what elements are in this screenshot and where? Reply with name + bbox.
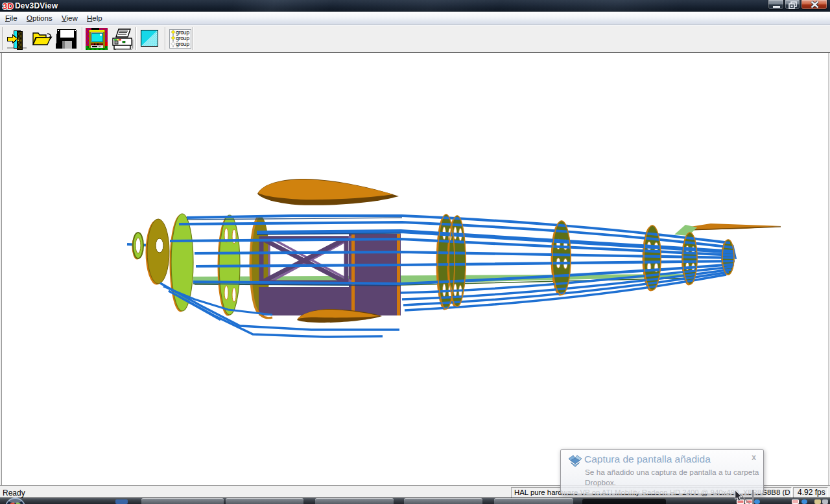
save-floppy-icon (56, 28, 78, 50)
titlebar-glass-streaks (0, 0, 830, 12)
group-label: group (176, 41, 189, 47)
menu-options[interactable]: Options (22, 13, 57, 24)
taskbar-window-button[interactable] (315, 498, 394, 504)
quicklaunch-icon[interactable] (115, 499, 128, 504)
toolbar-separator (2, 27, 3, 50)
open-folder-icon (32, 28, 54, 50)
group-row[interactable]: group (170, 30, 191, 36)
windows-start-orb-icon (6, 498, 25, 504)
menu-file[interactable]: File (1, 13, 22, 24)
print-icon (110, 28, 134, 50)
exit-door-icon (6, 28, 28, 50)
window-title: Dev3DView (15, 1, 58, 10)
viewport-3d[interactable] (0, 53, 830, 485)
tray-icon[interactable] (814, 499, 821, 504)
background-color-icon (141, 30, 158, 47)
group-label: group (176, 36, 189, 41)
bulb-on-icon (171, 30, 176, 36)
taskbar-window-button[interactable] (226, 498, 303, 504)
taskbar-window-button[interactable] (141, 498, 224, 504)
open-button[interactable] (32, 28, 54, 50)
taskbar-window-button-active[interactable] (582, 498, 666, 504)
exit-button[interactable] (6, 28, 28, 50)
render-view-button[interactable] (86, 28, 108, 50)
save-button[interactable] (56, 28, 78, 50)
dropbox-notification[interactable]: Captura de pantalla añadida Se ha añadid… (560, 449, 764, 494)
screen: 3D Dev3DView File Options View Help (0, 0, 830, 504)
window-titlebar[interactable]: 3D Dev3DView (0, 0, 830, 12)
restore-button[interactable] (785, 0, 800, 10)
group-row[interactable]: group (170, 36, 191, 41)
restore-icon (785, 0, 801, 10)
tray-icon[interactable] (792, 499, 799, 504)
toolbar-separator (193, 27, 194, 50)
taskbar-window-button[interactable] (494, 498, 573, 504)
status-fps-panel: 4.92 fps (793, 487, 828, 498)
render-monitor-icon (86, 28, 108, 50)
viewport-left-border (0, 53, 2, 485)
notification-close-button[interactable]: x (752, 453, 756, 462)
toolbar-separator (82, 27, 83, 50)
svg-text:3D: 3D (3, 1, 14, 10)
toolbar-separator (136, 27, 137, 50)
notification-body: Dropbox. (585, 478, 616, 487)
start-button[interactable] (6, 496, 25, 504)
dropbox-tray-icon[interactable] (754, 499, 760, 504)
app-3d-icon: 3D (2, 1, 16, 10)
minimize-icon (773, 6, 780, 8)
tray-icon[interactable] (822, 499, 828, 504)
print-button[interactable] (110, 28, 132, 50)
group-label: group (176, 30, 189, 36)
menu-help[interactable]: Help (82, 13, 107, 24)
dropbox-icon (568, 455, 582, 468)
close-icon (801, 0, 828, 10)
taskbar-window-button[interactable] (404, 498, 482, 504)
tray-icon[interactable] (801, 499, 807, 504)
notification-title: Captura de pantalla añadida (584, 453, 711, 465)
group-list[interactable]: group group group (169, 29, 191, 49)
close-button[interactable] (801, 0, 827, 10)
mouse-cursor (734, 490, 746, 503)
notification-body: Se ha añadido una captura de pantalla a … (585, 468, 759, 477)
minimize-button[interactable] (768, 0, 784, 10)
bulb-on-icon (171, 36, 176, 41)
aircraft-wireframe-model (0, 53, 830, 485)
bulb-off-icon (171, 41, 176, 47)
group-row[interactable]: group (170, 41, 191, 47)
menu-view[interactable]: View (57, 13, 82, 24)
menu-bar: File Options View Help (0, 12, 830, 25)
toolbar-separator (165, 27, 166, 50)
toolbar: group group group (0, 26, 830, 52)
background-color-button[interactable] (141, 30, 163, 52)
